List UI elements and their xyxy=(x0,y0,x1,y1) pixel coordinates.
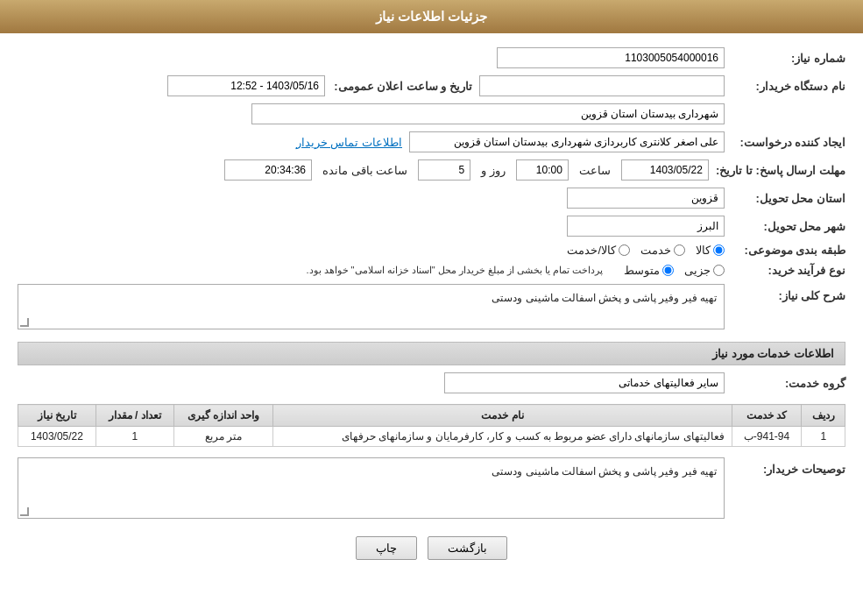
deadline-row: مهلت ارسال پاسخ: تا تاریخ: ساعت روز و سا… xyxy=(18,159,845,181)
clock-input-label: ساعت باقی مانده xyxy=(322,164,407,177)
service-group-row: گروه خدمت: xyxy=(18,372,845,393)
province-row: استان محل تحویل: xyxy=(18,188,845,209)
remaining-time-input[interactable] xyxy=(224,159,312,181)
category-row: طبقه بندی موضوعی: کالا خدمت کالا/خدمت xyxy=(18,244,845,257)
buyer-desc-label: توصیحات خریدار: xyxy=(732,457,845,476)
deadline-label: مهلت ارسال پاسخ: تا تاریخ: xyxy=(716,164,845,177)
back-button[interactable]: بازگشت xyxy=(428,536,507,560)
city-label: شهر محل تحویل: xyxy=(732,220,845,233)
resize-handle xyxy=(20,318,29,327)
contact-link[interactable]: اطلاعات تماس خریدار xyxy=(296,136,402,149)
cell-row-num: 1 xyxy=(802,427,845,447)
cell-unit: متر مربع xyxy=(173,427,273,447)
cell-service-name: فعالیتهای سازمانهای دارای عضو مربوط به ک… xyxy=(273,427,732,447)
services-table-section: ردیف کد خدمت نام خدمت واحد اندازه گیری ت… xyxy=(18,404,845,447)
category-service-label: خدمت xyxy=(640,244,671,257)
response-date-input[interactable] xyxy=(621,159,709,181)
col-service-name: نام خدمت xyxy=(273,405,732,427)
response-time-input[interactable] xyxy=(516,159,569,181)
creator-label: ایجاد کننده درخواست: xyxy=(732,136,845,149)
service-group-input[interactable] xyxy=(444,372,725,393)
col-quantity: تعداد / مقدار xyxy=(95,405,173,427)
need-desc-text: تهیه فیر وفیر پاشی و پخش اسفالت ماشینی و… xyxy=(25,292,717,304)
time-label: ساعت xyxy=(579,164,611,177)
creator-row: ایجاد کننده درخواست: اطلاعات تماس خریدار xyxy=(18,131,845,152)
category-label: طبقه بندی موضوعی: xyxy=(732,244,845,257)
process-note: پرداخت تمام یا بخشی از مبلغ خریدار محل "… xyxy=(306,265,603,276)
category-radio-service[interactable] xyxy=(674,244,685,256)
date-time-input[interactable] xyxy=(167,75,325,96)
process-medium-label: متوسط xyxy=(624,264,660,277)
page-title: جزئیات اطلاعات نیاز xyxy=(376,9,487,24)
need-number-input[interactable] xyxy=(497,47,725,68)
cell-quantity: 1 xyxy=(95,427,173,447)
category-goods-label: کالا xyxy=(696,244,711,257)
col-row-num: ردیف xyxy=(802,405,845,427)
process-label: نوع فرآیند خرید: xyxy=(732,264,845,277)
days-label: روز و xyxy=(481,164,506,177)
buyer-date-row: نام دستگاه خریدار: تاریخ و ساعت اعلان عم… xyxy=(18,75,845,96)
process-row: نوع فرآیند خرید: جزیی متوسط پرداخت تمام … xyxy=(18,264,845,277)
province-input[interactable] xyxy=(567,188,725,209)
need-desc-row: شرح کلی نیاز: تهیه فیر وفیر پاشی و پخش ا… xyxy=(18,284,845,333)
services-table: ردیف کد خدمت نام خدمت واحد اندازه گیری ت… xyxy=(18,404,845,447)
city-row: شهر محل تحویل: xyxy=(18,216,845,237)
services-section-title: اطلاعات خدمات مورد نیاز xyxy=(18,342,845,365)
buyer-desc-text: تهیه فیر وفیر پاشی و پخش اسفالت ماشینی و… xyxy=(25,465,717,478)
process-option-partial[interactable]: جزیی xyxy=(684,264,725,277)
page-header: جزئیات اطلاعات نیاز xyxy=(0,0,863,33)
days-input[interactable] xyxy=(418,159,470,181)
buyer-org-input[interactable] xyxy=(479,75,725,96)
category-option-goods[interactable]: کالا xyxy=(696,244,725,257)
province-label: استان محل تحویل: xyxy=(732,192,845,205)
need-number-label: شماره نیاز: xyxy=(732,52,845,65)
city-input[interactable] xyxy=(567,216,725,237)
col-unit: واحد اندازه گیری xyxy=(173,405,273,427)
need-desc-label: شرح کلی نیاز: xyxy=(732,284,845,302)
category-radio-goods[interactable] xyxy=(713,244,725,256)
cell-service-code: 941-94-ب xyxy=(732,427,802,447)
cell-date: 1403/05/22 xyxy=(18,427,96,447)
buyer-desc-row: توصیحات خریدار: تهیه فیر وفیر پاشی و پخش… xyxy=(18,457,845,519)
process-partial-label: جزیی xyxy=(684,264,711,277)
col-date: تاریخ نیاز xyxy=(18,405,96,427)
table-row: 1 941-94-ب فعالیتهای سازمانهای دارای عضو… xyxy=(18,427,845,447)
buyer-org-label: نام دستگاه خریدار: xyxy=(732,80,845,93)
buyer-org-value-input[interactable] xyxy=(251,103,725,124)
print-button[interactable]: چاپ xyxy=(356,536,417,560)
process-radio-partial[interactable] xyxy=(713,265,725,276)
col-service-code: کد خدمت xyxy=(732,405,802,427)
creator-input[interactable] xyxy=(409,131,725,152)
category-radio-group: کالا خدمت کالا/خدمت xyxy=(567,244,725,257)
button-group: بازگشت چاپ xyxy=(18,536,845,560)
category-radio-both[interactable] xyxy=(619,244,630,256)
date-time-label: تاریخ و ساعت اعلان عمومی: xyxy=(332,80,472,93)
buyer-desc-resize xyxy=(20,507,29,516)
category-option-both[interactable]: کالا/خدمت xyxy=(567,244,630,257)
process-radio-group: جزیی متوسط xyxy=(624,264,725,277)
process-option-medium[interactable]: متوسط xyxy=(624,264,674,277)
need-number-row: شماره نیاز: xyxy=(18,47,845,68)
buyer-org-value-row xyxy=(18,103,845,124)
process-radio-medium[interactable] xyxy=(662,265,674,276)
category-option-service[interactable]: خدمت xyxy=(640,244,685,257)
service-group-label: گروه خدمت: xyxy=(732,377,845,390)
category-both-label: کالا/خدمت xyxy=(567,244,616,257)
